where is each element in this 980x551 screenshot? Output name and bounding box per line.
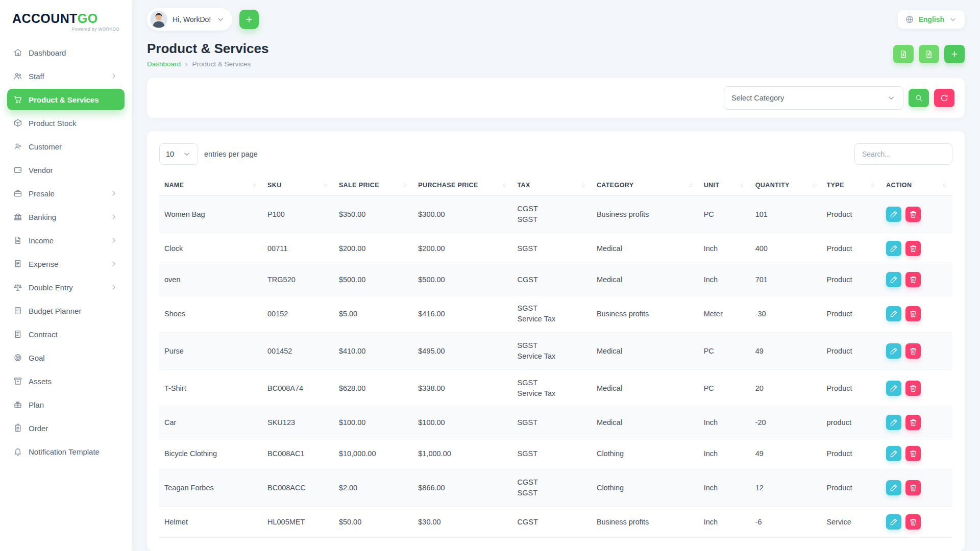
cell-type: Product	[822, 196, 881, 233]
cell-category: Medical	[592, 264, 699, 295]
delete-button[interactable]	[905, 415, 921, 430]
delete-button[interactable]	[905, 446, 921, 461]
sidebar-item-customer[interactable]: Customer	[7, 136, 125, 157]
cell-category: Medical	[592, 233, 699, 264]
cell-unit: Meter	[699, 295, 750, 333]
delete-button[interactable]	[905, 306, 921, 321]
cell-unit: Inch	[699, 507, 750, 538]
column-header-type[interactable]: TYPE	[822, 175, 881, 196]
delete-button[interactable]	[905, 272, 921, 287]
column-header-label: SKU	[267, 182, 282, 189]
edit-button[interactable]	[886, 306, 901, 321]
sort-icon	[402, 182, 408, 188]
delete-button[interactable]	[905, 207, 921, 222]
sidebar-item-expense[interactable]: Expense	[7, 253, 125, 274]
column-header-action[interactable]: ACTION	[881, 175, 952, 196]
sidebar-item-staff[interactable]: Staff	[7, 65, 125, 87]
edit-button[interactable]	[886, 446, 901, 461]
category-select[interactable]: Select Category	[724, 86, 903, 110]
delete-button[interactable]	[905, 514, 921, 530]
brand-name: ACCOUNTGO	[12, 11, 98, 26]
sidebar-item-vendor[interactable]: Vendor	[7, 159, 125, 181]
cell-tax: SGSTService Tax	[512, 370, 592, 407]
sidebar-item-goal[interactable]: Goal	[7, 347, 125, 368]
archive-icon	[13, 377, 22, 386]
sidebar-item-presale[interactable]: Presale	[7, 183, 125, 204]
edit-icon	[889, 244, 898, 253]
column-header-label: TYPE	[827, 182, 844, 189]
sidebar-item-notification-template[interactable]: Notification Template	[7, 441, 125, 462]
cell-sku: P100	[262, 196, 334, 233]
edit-button[interactable]	[886, 343, 901, 359]
column-header-label: TAX	[518, 182, 530, 189]
edit-button[interactable]	[886, 272, 901, 287]
user-menu[interactable]: Hi, WorkDo!	[147, 8, 232, 31]
column-header-name[interactable]: NAME	[159, 175, 262, 196]
edit-button[interactable]	[886, 207, 901, 222]
entries-per-page-label: entries per page	[204, 150, 258, 158]
breadcrumb: Dashboard › Product & Services	[147, 60, 268, 68]
cell-category: Business profits	[592, 507, 699, 538]
delete-button[interactable]	[905, 241, 921, 256]
breadcrumb-dashboard-link[interactable]: Dashboard	[147, 60, 181, 68]
column-header-sku[interactable]: SKU	[262, 175, 334, 196]
sidebar-item-product-stock[interactable]: Product Stock	[7, 112, 125, 134]
column-header-tax[interactable]: TAX	[512, 175, 592, 196]
main-content: Hi, WorkDo! English Product & Services D…	[132, 0, 980, 551]
export-button[interactable]	[893, 45, 914, 63]
sidebar-item-label: Presale	[29, 189, 55, 198]
column-header-category[interactable]: CATEGORY	[592, 175, 699, 196]
cell-action	[881, 469, 952, 507]
edit-button[interactable]	[886, 514, 901, 530]
cart-icon	[13, 95, 22, 104]
sidebar-item-double-entry[interactable]: Double Entry	[7, 277, 125, 298]
sidebar-item-contract[interactable]: Contract	[7, 323, 125, 345]
cell-quantity: 400	[750, 233, 822, 264]
sidebar-item-dashboard[interactable]: Dashboard	[7, 42, 125, 63]
sidebar-item-order[interactable]: Order	[7, 417, 125, 439]
sidebar-item-label: Product Stock	[29, 119, 76, 128]
sidebar-item-budget-planner[interactable]: Budget Planner	[7, 300, 125, 321]
sidebar-item-banking[interactable]: Banking	[7, 206, 125, 228]
users-icon	[13, 71, 22, 81]
cell-purchase-price: $1,000.00	[413, 438, 512, 469]
column-header-label: SALE PRICE	[339, 182, 379, 189]
language-selector[interactable]: English	[898, 10, 965, 29]
cell-type: Product	[822, 295, 881, 333]
breadcrumb-current: Product & Services	[192, 60, 251, 68]
edit-button[interactable]	[886, 415, 901, 430]
quick-add-button[interactable]	[239, 10, 259, 29]
edit-button[interactable]	[886, 480, 901, 495]
column-header-sale-price[interactable]: SALE PRICE	[334, 175, 413, 196]
sidebar-item-income[interactable]: Income	[7, 230, 125, 251]
cell-action	[881, 370, 952, 407]
column-header-purchase-price[interactable]: PURCHASE PRICE	[413, 175, 512, 196]
cell-type: Product	[822, 438, 881, 469]
sidebar-item-plan[interactable]: Plan	[7, 394, 125, 415]
delete-button[interactable]	[905, 381, 921, 396]
trash-icon	[909, 244, 918, 253]
edit-button[interactable]	[886, 241, 901, 256]
sidebar-item-label: Assets	[29, 377, 52, 386]
edit-button[interactable]	[886, 381, 901, 396]
greeting-text: Hi, WorkDo!	[173, 15, 211, 23]
cell-purchase-price: $866.00	[413, 469, 512, 507]
table-search-input[interactable]	[854, 143, 952, 165]
cell-purchase-price: $416.00	[413, 295, 512, 333]
filter-reset-button[interactable]	[934, 89, 954, 107]
sidebar-item-label: Plan	[29, 400, 44, 409]
add-product-button[interactable]	[944, 45, 965, 63]
import-button[interactable]	[919, 45, 939, 63]
scale-icon	[13, 283, 22, 292]
sidebar-item-assets[interactable]: Assets	[7, 370, 125, 392]
delete-button[interactable]	[905, 343, 921, 359]
column-header-quantity[interactable]: QUANTITY	[750, 175, 822, 196]
sidebar-item-label: Banking	[29, 213, 56, 221]
entries-per-page-select[interactable]: 10	[159, 143, 198, 165]
cell-sku: 001452	[262, 333, 334, 370]
column-header-unit[interactable]: UNIT	[699, 175, 750, 196]
filter-search-button[interactable]	[909, 89, 929, 107]
delete-button[interactable]	[905, 480, 921, 495]
brand-logo[interactable]: ACCOUNTGO Powered by WORKDO	[7, 9, 125, 42]
sidebar-item-product-services[interactable]: Product & Services	[7, 89, 125, 110]
